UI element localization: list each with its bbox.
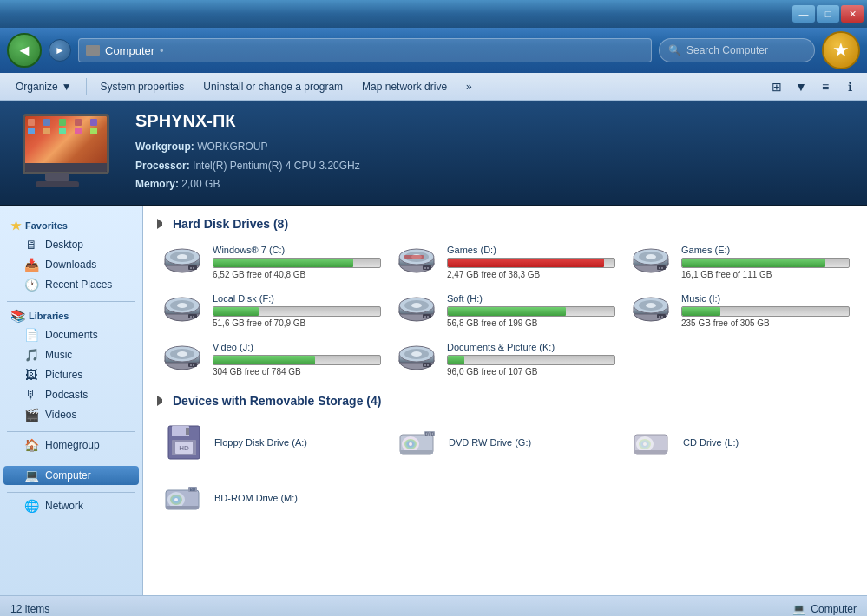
- drive-item-d[interactable]: Games (D:) 2,47 GB free of 38,3 GB: [391, 241, 619, 283]
- sidebar-item-downloads[interactable]: 📥 Downloads: [3, 255, 139, 274]
- hard-drives-grid: Windows® 7 (C:) 6,52 GB free of 40,8 GB: [157, 241, 853, 380]
- address-bar-folder-icon: [86, 45, 100, 56]
- svg-point-45: [646, 303, 656, 308]
- memory-info: Memory: 2,00 GB: [135, 175, 360, 194]
- sidebar-header-libraries[interactable]: 📚 Libraries: [0, 305, 142, 324]
- processor-label: Processor:: [135, 160, 190, 172]
- favorites-star-button[interactable]: ★: [822, 31, 860, 69]
- svg-rect-48: [661, 316, 663, 318]
- svg-rect-15: [424, 267, 426, 269]
- svg-text:BD: BD: [190, 488, 196, 492]
- drive-item-c[interactable]: Windows® 7 (C:) 6,52 GB free of 40,8 GB: [157, 241, 384, 283]
- sidebar-item-desktop[interactable]: 🖥 Desktop: [3, 235, 139, 254]
- drive-item-e[interactable]: Games (E:) 16,1 GB free of 111 GB: [626, 241, 853, 283]
- organize-label: Organize: [16, 81, 58, 93]
- search-box[interactable]: 🔍 Search Computer: [659, 38, 815, 62]
- info-button[interactable]: ℹ: [839, 76, 860, 97]
- drive-name-j: Video (J:): [213, 342, 381, 352]
- drive-name-h: Soft (H:): [447, 293, 615, 304]
- hard-drives-section-header: Hard Disk Drives (8): [157, 217, 853, 231]
- search-icon: 🔍: [668, 44, 681, 56]
- address-bar[interactable]: Computer •: [78, 38, 652, 62]
- sidebar-header-favorites[interactable]: ★ Favorites: [0, 215, 142, 234]
- sort-icon: ≡: [822, 80, 829, 94]
- sidebar-item-recent-label: Recent Places: [45, 279, 112, 291]
- favorites-header-icon: ★: [10, 219, 22, 233]
- drive-bar-container-c: [213, 258, 381, 268]
- sidebar-divider-4: [7, 492, 135, 493]
- uninstall-program-button[interactable]: Uninstall or change a program: [194, 76, 351, 97]
- computer-image: [14, 114, 118, 192]
- svg-text:HD: HD: [179, 444, 189, 452]
- drive-item-i[interactable]: Music (I:) 235 GB free of 305 GB: [626, 290, 853, 331]
- podcasts-icon: 🎙: [24, 388, 38, 402]
- svg-rect-24: [661, 267, 663, 269]
- drive-bar-container-h: [447, 306, 615, 317]
- svg-point-21: [646, 254, 656, 259]
- sidebar-item-recent-places[interactable]: 🕐 Recent Places: [3, 275, 139, 294]
- drive-name-e: Games (E:): [681, 245, 850, 255]
- status-bar: 12 items 💻 Computer: [0, 595, 867, 616]
- maximize-button[interactable]: □: [817, 5, 839, 23]
- hard-drives-collapse-arrow[interactable]: [157, 219, 167, 229]
- view-grid-button[interactable]: ⊞: [766, 76, 787, 97]
- uninstall-label: Uninstall or change a program: [203, 81, 343, 93]
- forward-button[interactable]: ►: [49, 39, 71, 62]
- sidebar-item-homegroup[interactable]: 🏠 Homegroup: [3, 436, 139, 455]
- svg-rect-64: [427, 364, 429, 366]
- removable-item-a[interactable]: HD Floppy Disk Drive (A:): [157, 418, 384, 467]
- drive-item-h[interactable]: Soft (H:) 56,8 GB free of 199 GB: [391, 290, 619, 331]
- sidebar-section-computer: 💻 Computer: [0, 466, 142, 485]
- svg-rect-32: [193, 316, 194, 318]
- svg-point-76: [409, 442, 412, 446]
- drive-free-k: 96,0 GB free of 107 GB: [447, 367, 615, 377]
- computer-banner: SPHYNX-ПК Workgroup: WORKGROUP Processor…: [0, 101, 867, 206]
- sidebar-item-podcasts[interactable]: 🎙 Podcasts: [3, 385, 139, 404]
- sort-button[interactable]: ≡: [815, 76, 836, 97]
- sidebar-item-computer-label: Computer: [45, 469, 91, 482]
- address-bar-bullet: •: [160, 44, 164, 57]
- network-icon: 🌐: [24, 499, 38, 513]
- svg-rect-77: [400, 450, 433, 454]
- drive-item-k[interactable]: Documents & Picture (K:) 96,0 GB free of…: [391, 338, 619, 380]
- sidebar-item-documents[interactable]: 📄 Documents: [3, 325, 139, 344]
- view-dropdown-button[interactable]: ▼: [791, 76, 811, 97]
- svg-rect-16: [427, 267, 429, 269]
- removable-item-g[interactable]: DVD DVD RW Drive (G:): [391, 418, 619, 467]
- sidebar-item-music[interactable]: 🎵 Music: [3, 345, 139, 364]
- minimize-button[interactable]: —: [792, 5, 815, 23]
- sidebar-item-homegroup-label: Homegroup: [45, 439, 100, 451]
- svg-point-61: [411, 351, 422, 357]
- drive-name-f: Local Disk (F:): [213, 293, 381, 304]
- removable-section-title: Devices with Removable Storage (4): [173, 394, 381, 408]
- more-button[interactable]: »: [457, 76, 481, 97]
- sidebar-item-network[interactable]: 🌐 Network: [3, 496, 139, 515]
- map-network-drive-button[interactable]: Map network drive: [353, 76, 456, 97]
- sidebar-item-pictures[interactable]: 🖼 Pictures: [3, 365, 139, 384]
- sidebar-section-libraries: 📚 Libraries 📄 Documents 🎵 Music 🖼 Pictur…: [0, 305, 142, 424]
- workgroup-value: WORKGROUP: [197, 141, 267, 153]
- hdd-icon-e: [629, 245, 673, 279]
- main-layout: ★ Favorites 🖥 Desktop 📥 Downloads 🕐 Rece…: [0, 206, 867, 595]
- drive-info-c: Windows® 7 (C:) 6,52 GB free of 40,8 GB: [213, 245, 381, 279]
- sidebar-item-videos[interactable]: 🎬 Videos: [3, 405, 139, 424]
- drive-name-d: Games (D:): [447, 245, 615, 255]
- monitor-screen: [25, 116, 107, 163]
- removable-item-m[interactable]: BD BD-ROM Drive (M:): [157, 474, 384, 522]
- organize-button[interactable]: Organize ▼: [7, 76, 81, 97]
- back-button[interactable]: ◄: [7, 33, 42, 68]
- system-properties-button[interactable]: System properties: [92, 76, 194, 97]
- close-button[interactable]: ✕: [841, 5, 864, 23]
- drive-item-f[interactable]: Local Disk (F:) 51,6 GB free of 70,9 GB: [157, 290, 384, 331]
- map-network-label: Map network drive: [362, 81, 447, 93]
- drive-free-d: 2,47 GB free of 38,3 GB: [447, 270, 615, 279]
- sidebar-item-music-label: Music: [45, 349, 72, 361]
- sidebar-item-computer[interactable]: 💻 Computer: [3, 466, 139, 485]
- svg-rect-40: [427, 316, 429, 318]
- drive-item-j[interactable]: Video (J:) 304 GB free of 784 GB: [157, 338, 384, 380]
- removable-icon-g: DVD: [397, 423, 440, 462]
- removable-item-l[interactable]: CD Drive (L:): [626, 418, 853, 467]
- address-bar-text: Computer: [105, 44, 154, 57]
- removable-collapse-arrow[interactable]: [157, 396, 167, 406]
- computer-info: SPHYNX-ПК Workgroup: WORKGROUP Processor…: [135, 111, 360, 194]
